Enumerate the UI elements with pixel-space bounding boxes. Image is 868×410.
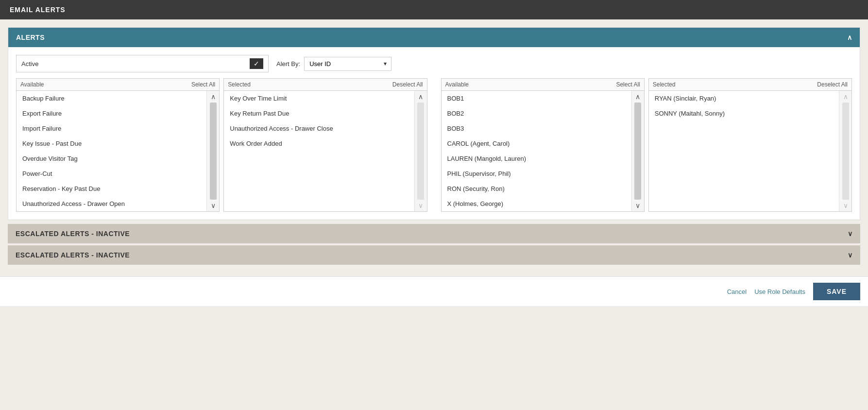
available-users-scroll-up[interactable]: ∧ (634, 92, 641, 102)
alerts-section-body: Active ✓ Alert By: User ID Role Departme… (8, 47, 860, 220)
escalated-section-2: ESCALATED ALERTS - INACTIVE ∨ (8, 245, 860, 265)
alert-by-label: Alert By: (276, 60, 300, 68)
list-item[interactable]: Unauthorized Access - Drawer Open (17, 196, 206, 211)
available-alerts-scroll-down[interactable]: ∨ (210, 201, 217, 210)
alerts-section: ALERTS ∧ Active ✓ Alert By: User ID (8, 27, 860, 220)
page-title: EMAIL ALERTS (10, 6, 66, 14)
available-alerts-label: Available (20, 81, 44, 88)
active-field: Active ✓ (16, 55, 269, 72)
top-controls: Active ✓ Alert By: User ID Role Departme… (16, 55, 852, 72)
escalated-section-2-title: ESCALATED ALERTS - INACTIVE (16, 251, 130, 259)
alerts-section-chevron: ∧ (847, 34, 852, 41)
save-button[interactable]: SAVE (813, 283, 860, 300)
available-alerts-scroll-up[interactable]: ∧ (210, 92, 217, 102)
selected-alerts-content: Key Over Time Limit Key Return Past Due … (224, 91, 426, 211)
deselect-all-users-btn[interactable]: Deselect All (817, 81, 848, 88)
list-item[interactable]: Unauthorized Access - Drawer Close (224, 121, 414, 136)
left-half: Available Select All Backup Failure Expo… (16, 78, 427, 212)
all-four-panels: Available Select All Backup Failure Expo… (16, 78, 852, 212)
alert-by-select[interactable]: User ID Role Department (304, 57, 391, 71)
available-users-label: Available (445, 81, 469, 88)
list-item[interactable]: Work Order Added (224, 136, 414, 151)
list-item[interactable]: Power-Cut (17, 166, 206, 181)
alerts-section-header[interactable]: ALERTS ∧ (8, 28, 860, 47)
selected-alerts-scroll-up[interactable]: ∧ (417, 92, 424, 102)
selected-users-panel: Selected Deselect All RYAN (Sinclair, Ry… (648, 78, 852, 212)
available-alerts-header: Available Select All (17, 79, 219, 91)
available-alerts-panel: Available Select All Backup Failure Expo… (16, 78, 220, 212)
alert-by-control: Alert By: User ID Role Department (276, 57, 391, 71)
page-header: EMAIL ALERTS (0, 0, 868, 19)
selected-alerts-scroll-track (417, 102, 424, 200)
list-item[interactable]: Key Over Time Limit (224, 91, 414, 106)
footer: Cancel Use Role Defaults SAVE (0, 276, 868, 306)
alerts-section-title: ALERTS (16, 34, 45, 41)
selected-users-scrollbar: ∧ ∨ (839, 91, 851, 211)
available-alerts-items: Backup Failure Export Failure Import Fai… (17, 91, 206, 211)
list-item[interactable]: BOB1 (442, 91, 631, 106)
available-users-header: Available Select All (442, 79, 644, 91)
list-item[interactable]: Key Return Past Due (224, 106, 414, 121)
selected-alerts-scroll-down[interactable]: ∨ (417, 201, 424, 210)
list-item[interactable]: Backup Failure (17, 91, 206, 106)
alert-by-select-wrapper: User ID Role Department (304, 57, 391, 71)
selected-users-content: RYAN (Sinclair, Ryan) SONNY (Maitahl, So… (649, 91, 851, 211)
escalated-section-1-chevron: ∨ (848, 230, 853, 238)
list-item[interactable]: PHIL (Supervisor, Phil) (442, 166, 631, 181)
list-item[interactable]: X (Holmes, George) (442, 196, 631, 211)
selected-alerts-scrollbar: ∧ ∨ (414, 91, 427, 211)
list-item[interactable]: Overdue Visitor Tag (17, 151, 206, 166)
selected-users-header: Selected Deselect All (649, 79, 851, 91)
selected-users-label: Selected (653, 81, 676, 88)
available-users-scroll-down[interactable]: ∨ (634, 201, 641, 210)
cancel-button[interactable]: Cancel (727, 288, 747, 295)
active-label: Active (21, 60, 38, 68)
select-all-users-btn[interactable]: Select All (616, 81, 640, 88)
list-item[interactable]: CAROL (Agent, Carol) (442, 136, 631, 151)
available-alerts-content: Backup Failure Export Failure Import Fai… (17, 91, 219, 211)
selected-alerts-label: Selected (228, 81, 251, 88)
selected-users-scroll-track (842, 102, 849, 200)
list-item[interactable]: BOB3 (442, 121, 631, 136)
select-all-alerts-btn[interactable]: Select All (191, 81, 215, 88)
available-users-items: BOB1 BOB2 BOB3 CAROL (Agent, Carol) LAUR… (442, 91, 631, 211)
deselect-all-alerts-btn[interactable]: Deselect All (392, 81, 423, 88)
available-users-scrollbar: ∧ ∨ (631, 91, 644, 211)
escalated-section-2-header[interactable]: ESCALATED ALERTS - INACTIVE ∨ (8, 245, 860, 265)
selected-users-scroll-down[interactable]: ∨ (842, 201, 849, 210)
right-half: Available Select All BOB1 BOB2 BOB3 CARO… (441, 78, 852, 212)
active-checkbox[interactable]: ✓ (250, 58, 263, 69)
selected-alerts-items: Key Over Time Limit Key Return Past Due … (224, 91, 414, 211)
selected-users-scroll-up[interactable]: ∧ (842, 92, 849, 102)
selected-alerts-panel: Selected Deselect All Key Over Time Limi… (223, 78, 427, 212)
available-alerts-scroll-track (210, 102, 217, 200)
list-item[interactable]: BOB2 (442, 106, 631, 121)
selected-alerts-header: Selected Deselect All (224, 79, 426, 91)
list-item[interactable]: Reservation - Key Past Due (17, 181, 206, 196)
checkmark-icon: ✓ (254, 60, 259, 68)
available-users-panel: Available Select All BOB1 BOB2 BOB3 CARO… (441, 78, 645, 212)
list-item[interactable]: RYAN (Sinclair, Ryan) (649, 91, 839, 106)
list-item[interactable]: Export Failure (17, 106, 206, 121)
available-alerts-scrollbar: ∧ ∨ (206, 91, 219, 211)
selected-users-items: RYAN (Sinclair, Ryan) SONNY (Maitahl, So… (649, 91, 839, 211)
main-content: ALERTS ∧ Active ✓ Alert By: User ID (0, 19, 868, 274)
escalated-section-1-header[interactable]: ESCALATED ALERTS - INACTIVE ∨ (8, 224, 860, 243)
escalated-section-1-title: ESCALATED ALERTS - INACTIVE (16, 230, 130, 238)
list-item[interactable]: LAUREN (Mangold, Lauren) (442, 151, 631, 166)
list-item[interactable]: Key Issue - Past Due (17, 136, 206, 151)
available-users-scroll-track (634, 102, 641, 200)
available-users-content: BOB1 BOB2 BOB3 CAROL (Agent, Carol) LAUR… (442, 91, 644, 211)
escalated-section-2-chevron: ∨ (848, 251, 853, 259)
escalated-section-1: ESCALATED ALERTS - INACTIVE ∨ (8, 224, 860, 243)
list-item[interactable]: SONNY (Maitahl, Sonny) (649, 106, 839, 121)
use-role-defaults-button[interactable]: Use Role Defaults (754, 288, 805, 295)
list-item[interactable]: RON (Security, Ron) (442, 181, 631, 196)
list-item[interactable]: Import Failure (17, 121, 206, 136)
